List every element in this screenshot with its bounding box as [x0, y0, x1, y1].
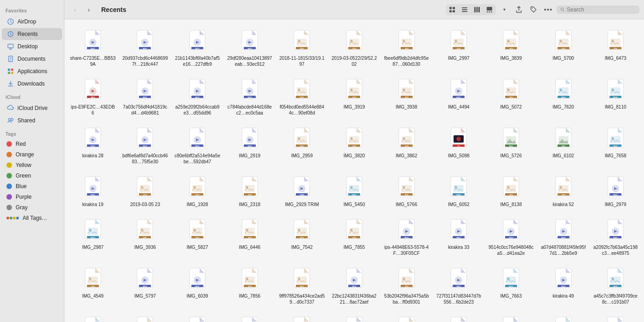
- file-item[interactable]: MOV 20d937cbd6c44686997f…218c447: [121, 24, 170, 70]
- file-item[interactable]: MOV IMG_2929: [172, 310, 222, 322]
- file-item[interactable]: JPG IMG_3919: [329, 73, 379, 119]
- file-item[interactable]: JPG IMG_4549: [68, 262, 118, 308]
- file-item[interactable]: JPG IMG_5827: [172, 213, 222, 259]
- sidebar-tag-orange[interactable]: Orange: [2, 150, 62, 160]
- file-item[interactable]: JPG 2019-03-0522/29/52.202: [329, 24, 379, 70]
- file-item[interactable]: JPG IMG_2959: [277, 121, 327, 167]
- file-item[interactable]: JPG IMG_5700: [539, 24, 588, 70]
- file-item[interactable]: MOV 22bc1243831f436ba221…8ac72aef: [329, 262, 379, 308]
- sidebar-item-airdrop[interactable]: AirDrop: [2, 16, 62, 28]
- file-item[interactable]: MOV IMG_5797: [121, 262, 170, 308]
- file-item[interactable]: MOV c80e6bff2a514e94a5ebe…592db47: [172, 121, 222, 167]
- file-item[interactable]: PNG IMG_5726: [486, 121, 536, 167]
- file-item[interactable]: JPG IMG_1928: [172, 170, 222, 210]
- sidebar-item-documents[interactable]: Documents: [2, 53, 62, 65]
- file-item[interactable]: HEIC IMG_7663: [486, 262, 536, 308]
- file-item[interactable]: HEIC IMG_5450: [329, 170, 379, 210]
- file-item[interactable]: MOV 9514c0cc76e948048ca5…d41ea2e: [486, 213, 536, 259]
- sidebar-tag-yellow[interactable]: Yellow: [2, 160, 62, 170]
- file-item[interactable]: MOV kirakira 49: [539, 262, 588, 308]
- file-item[interactable]: HEIC IMG_8110: [591, 73, 640, 119]
- file-item[interactable]: JPG IMG_3938: [382, 73, 431, 119]
- sidebar-item-downloads[interactable]: Downloads: [2, 78, 62, 90]
- file-item[interactable]: MOV 21b1143bf6fa40b7af5e16…227dfb9: [172, 24, 222, 70]
- file-item[interactable]: MOV IMG_2904: [591, 310, 640, 322]
- file-item[interactable]: JPG f054bcd0ed5544e8844c…90ef08d: [277, 73, 327, 119]
- file-item[interactable]: MOV IMG_4494: [434, 73, 483, 119]
- file-item[interactable]: JPG 9ff978526a434ce2ad59…d0c7337: [277, 262, 327, 308]
- search-input[interactable]: [567, 6, 636, 13]
- file-item[interactable]: JPG IMG_3820: [329, 121, 379, 167]
- file-item[interactable]: TV IMG_5098: [434, 121, 483, 167]
- file-item[interactable]: MOV a259e209f2b64ccab9e3…d55dd96: [172, 73, 222, 119]
- sidebar-tag-blue[interactable]: Blue: [2, 181, 62, 191]
- sidebar-tag-all-tags[interactable]: All Tags…: [2, 213, 62, 223]
- file-item[interactable]: JPG IMG_5709: [277, 310, 327, 322]
- view-options-button[interactable]: ▾: [498, 4, 511, 15]
- view-column-button[interactable]: [471, 5, 483, 15]
- sidebar-item-shared[interactable]: Shared: [2, 115, 62, 126]
- file-item[interactable]: JPG IMG_7542: [277, 213, 327, 259]
- file-item[interactable]: JPG IMG_5766: [382, 170, 431, 210]
- file-item[interactable]: TRIM IMG_2929.TRIM: [277, 170, 327, 210]
- file-item[interactable]: JPG IMG_2997: [434, 24, 483, 70]
- sidebar-tag-gray[interactable]: Gray: [2, 202, 62, 213]
- file-item[interactable]: JPG IMG_7856: [225, 262, 275, 308]
- file-item[interactable]: MOV IMG_7895: [434, 310, 483, 322]
- file-item[interactable]: HEIC a14efb2af1104447aeaad7…722ac6: [539, 310, 588, 322]
- back-button[interactable]: ‹: [69, 5, 81, 15]
- sidebar-item-icloud-drive[interactable]: iCloud Drive: [2, 102, 62, 114]
- file-item[interactable]: MOV c784fabcde844d168ec2…ec0c5aa: [225, 73, 275, 119]
- sidebar-item-desktop[interactable]: Desktop: [2, 40, 62, 52]
- file-item[interactable]: PNG IMG_6102: [539, 121, 588, 167]
- view-list-button[interactable]: [459, 5, 471, 15]
- share-button[interactable]: [512, 4, 525, 15]
- file-item[interactable]: JPG 53b2042f96a3475a5bba…ff0d9301: [382, 262, 431, 308]
- file-item[interactable]: MOV bdf6e6af8d7a40ccb4683…75f5e30: [121, 121, 170, 167]
- file-item[interactable]: MOV kirakira 28: [68, 121, 118, 167]
- file-item[interactable]: JPG IMG_7844: [382, 310, 431, 322]
- sidebar-item-recents[interactable]: Recents: [2, 28, 62, 40]
- file-item[interactable]: JPG 2019-03-05 23: [121, 170, 170, 210]
- file-item[interactable]: MP4 ips-E9FE2C…43EDB6: [68, 73, 118, 119]
- file-item[interactable]: JPG fbee6df9db2d4dfc95e87…060d130: [382, 24, 431, 70]
- file-item[interactable]: MOV IMG_2979: [591, 170, 640, 210]
- file-item[interactable]: MOV 99FADCC8-1C25-432D-…6A81A4B: [486, 310, 536, 322]
- tag-button[interactable]: [527, 4, 540, 15]
- file-item[interactable]: JPG IMG_3936: [121, 213, 170, 259]
- file-item[interactable]: JPG IMG_2318: [225, 170, 275, 210]
- file-item[interactable]: HEIC c223b3b8ad11442f8c28…7328d04: [68, 310, 118, 322]
- file-item[interactable]: MOV a07d4870881f45fe95f7d1…2bb5e9: [539, 213, 588, 259]
- file-item[interactable]: MOV IMG_6039: [172, 262, 222, 308]
- sidebar-tag-purple[interactable]: Purple: [2, 192, 62, 202]
- file-item[interactable]: JPG IMG_8138: [486, 170, 536, 210]
- sidebar-item-applications[interactable]: Applications: [2, 65, 62, 77]
- file-item[interactable]: MOV a2092fc7b63a45c198c3…ee48975: [591, 213, 640, 259]
- file-item[interactable]: MOV kirakira 33: [434, 213, 483, 259]
- file-item[interactable]: JPG IMG_6446: [225, 213, 275, 259]
- file-item[interactable]: JPG 2018-11-1815/33/19.197: [277, 24, 327, 70]
- file-item[interactable]: JPG kirakira 52: [539, 170, 588, 210]
- file-item[interactable]: MOV 7a03c756df4d41819cd4…d4b9681: [121, 73, 170, 119]
- file-item[interactable]: MOV IMG_2919: [225, 121, 275, 167]
- file-item[interactable]: HEIC IMG_2987: [68, 213, 118, 259]
- file-item[interactable]: MOV kirakira 19: [68, 170, 118, 210]
- file-item[interactable]: MOV 29df280eaa10413897eab…93ec912: [225, 24, 275, 70]
- sidebar-tag-green[interactable]: Green: [2, 171, 62, 181]
- file-item[interactable]: HEIC a45c7c3ffb3f49709ce8c…c191b07: [591, 262, 640, 308]
- view-gallery-button[interactable]: [483, 5, 495, 15]
- file-item[interactable]: HEIC IMG_6052: [434, 170, 483, 210]
- file-item[interactable]: JPG IMG_3839: [486, 24, 536, 70]
- file-item[interactable]: MOV IMG_7833: [329, 310, 379, 322]
- forward-button[interactable]: ›: [83, 5, 95, 15]
- more-button[interactable]: •••: [542, 4, 555, 15]
- file-item[interactable]: HEIC IMG_7620: [539, 73, 588, 119]
- file-item[interactable]: JPG IMG_7855: [329, 213, 379, 259]
- file-item[interactable]: TRIM IMG_3154.TRIM: [225, 310, 275, 322]
- view-icon-button[interactable]: [446, 5, 458, 15]
- file-item[interactable]: HEIC IMG_7658: [591, 121, 640, 167]
- file-item[interactable]: JPG IMG_6473: [591, 24, 640, 70]
- file-item[interactable]: JPG e7b61b3407884bf497b52…2da81b: [121, 310, 170, 322]
- file-item[interactable]: MOV share-C7235E…BB539A: [68, 24, 118, 70]
- file-item[interactable]: JPG IMG_3862: [382, 121, 431, 167]
